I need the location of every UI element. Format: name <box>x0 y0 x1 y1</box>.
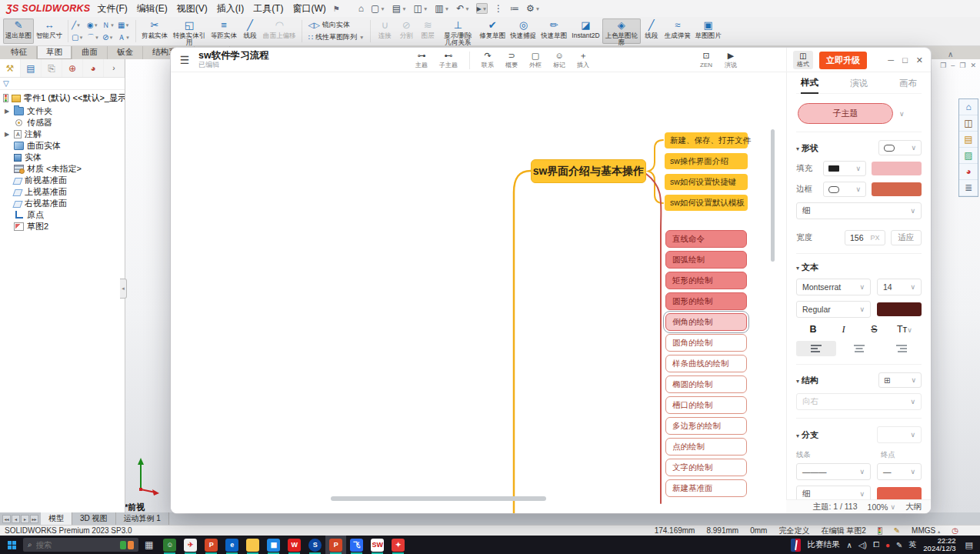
command-tab[interactable]: 特征 <box>2 45 37 59</box>
task-pane-tab-icon[interactable]: ⌂ <box>959 99 978 115</box>
mindmap-tool-button[interactable]: ⊷子主题 <box>439 52 458 69</box>
border-color-swatch[interactable] <box>872 182 922 196</box>
status-clock-icon[interactable]: ◷ <box>952 526 958 535</box>
collapse-arrow-icon[interactable]: ∧ <box>948 50 953 58</box>
minimize-button[interactable]: ─ <box>888 55 894 65</box>
tray-icon[interactable]: ∧ <box>847 541 852 549</box>
tree-item[interactable]: ▶ 曲面实体 <box>0 140 125 152</box>
mindmap-node[interactable]: 新建、保存、打开文件 <box>665 132 748 149</box>
command-tab[interactable]: 曲面 <box>72 45 108 59</box>
structure-dropdown[interactable]: ⊞∨ <box>878 372 922 388</box>
outline-button[interactable]: 大纲 <box>905 502 922 512</box>
quick-tool-button[interactable]: ▢▼ <box>370 3 386 14</box>
mindmap-node[interactable]: sw操作界面介绍 <box>665 153 748 169</box>
ribbon-button[interactable]: ✂剪裁实体 <box>139 18 170 44</box>
tree-item[interactable]: ▶ 上视基准面 <box>0 186 125 198</box>
italic-button[interactable]: I <box>830 324 858 335</box>
taskbar-app-button[interactable]: P <box>201 536 222 554</box>
menu-item[interactable]: 文件(F) <box>97 2 127 15</box>
align-right-button[interactable] <box>882 341 922 356</box>
linear-pattern-button[interactable]: ∷线性草图阵列▼ <box>308 32 365 42</box>
fill-style-dropdown[interactable]: ∨ <box>823 161 866 176</box>
menu-item[interactable]: 插入(I) <box>217 2 244 15</box>
maximize-button[interactable]: □ <box>902 55 908 65</box>
quick-tool-button[interactable]: ⌂▼ <box>358 3 365 14</box>
taskbar-search-input[interactable] <box>36 540 96 549</box>
mindmap-tool-button[interactable]: ⊃概要 <box>505 52 518 69</box>
ribbon-button[interactable]: ≋图层 <box>417 18 438 44</box>
endpoint-dropdown[interactable]: —∨ <box>877 463 922 480</box>
mindmap-node[interactable]: 矩形的绘制 <box>665 272 747 289</box>
ribbon-button[interactable]: ◱转换实体引用 <box>170 18 208 44</box>
ribbon-button[interactable]: ╱线段 <box>641 18 662 44</box>
mindmap-node[interactable]: 槽口的绘制 <box>665 396 747 414</box>
ribbon-button[interactable]: ◈上色草图轮廓 <box>602 18 641 44</box>
mindmap-node[interactable]: 点的绘制 <box>665 438 747 456</box>
ribbon-button[interactable]: ╱线段 <box>239 18 261 44</box>
taskbar-search[interactable]: ⌕ <box>23 538 138 552</box>
mindmap-tool-button[interactable]: ⊶主题 <box>415 52 428 69</box>
taskbar-app-button[interactable]: 飞 <box>346 536 367 554</box>
structure-section-title[interactable]: ▾结构 <box>796 375 818 386</box>
taskbar-app-button[interactable] <box>242 536 263 554</box>
menu-item[interactable]: 工具(T) <box>253 2 283 15</box>
mirror-entities-button[interactable]: ◁▷镜向实体 <box>308 20 365 30</box>
mindmap-tool-button[interactable]: ↷联系 <box>469 52 494 69</box>
mindmap-node[interactable]: 样条曲线的绘制 <box>665 355 747 372</box>
mindmap-node[interactable]: 圆角的绘制 <box>665 334 747 352</box>
tab-more-arrow[interactable]: › <box>104 59 125 77</box>
tray-icon[interactable]: ◁) <box>858 541 867 549</box>
taskbar-app-button[interactable]: ▦ <box>263 536 284 554</box>
sketch-entity-button[interactable]: Ａ▼ <box>118 32 132 44</box>
quick-tool-button[interactable]: ▸▼ <box>476 3 488 14</box>
close-button[interactable]: ✕ <box>916 55 923 65</box>
shape-section-title[interactable]: ▾形状 <box>796 142 818 154</box>
tree-item[interactable]: ▶ 注解 <box>0 128 125 140</box>
width-input[interactable]: 156PX <box>845 230 885 245</box>
subtopic-preview[interactable]: 子主题 <box>798 103 893 124</box>
document-tab[interactable]: 模型 <box>41 512 72 525</box>
taskbar-clock[interactable]: 22:222024/12/3 <box>923 537 955 553</box>
quick-tool-button[interactable]: ↶▼ <box>455 3 471 14</box>
mindmap-node[interactable]: 圆弧绘制 <box>665 251 747 269</box>
shape-dropdown[interactable]: ∨ <box>878 140 922 155</box>
mindmap-main-node[interactable]: sw界面介绍与基本操作 <box>531 159 646 183</box>
ribbon-button[interactable]: ⊥显示/删除几何关系 <box>438 18 477 44</box>
quick-tool-button[interactable]: ▤▼ <box>392 3 408 14</box>
units-selector[interactable]: MMGS ▴ <box>912 526 940 535</box>
fit-button[interactable]: 适应 <box>891 230 922 245</box>
taskbar-app-button[interactable]: ☺ <box>159 536 180 554</box>
tab-nav-buttons[interactable]: ◂◂◂▸▸▸ <box>0 512 41 525</box>
ribbon-button[interactable]: ⊘分割 <box>395 18 417 44</box>
tree-item[interactable]: ▶ 前视基准面 <box>0 175 125 186</box>
task-pane-tab-icon[interactable]: ▨ <box>959 148 978 164</box>
mindmap-node[interactable]: 直线命令 <box>665 230 747 248</box>
nba-logo-icon[interactable] <box>791 539 801 552</box>
line-style-dropdown[interactable]: ———∨ <box>796 463 871 480</box>
sketch-entity-button[interactable]: ▦▼ <box>118 19 132 32</box>
notification-center-icon[interactable]: ▤ <box>963 540 975 550</box>
tree-item[interactable]: ▶ 传感器 <box>0 117 125 128</box>
font-family-dropdown[interactable]: Montserrat∨ <box>796 279 871 295</box>
expand-arrow-icon[interactable]: ▶ <box>5 108 9 115</box>
mindmap-canvas[interactable]: sw界面介绍与基本操作 新建、保存、打开文件sw操作界面介绍sw如何设置快捷键s… <box>171 72 786 513</box>
font-weight-dropdown[interactable]: Regular∨ <box>796 301 871 318</box>
text-color-swatch[interactable] <box>877 302 922 316</box>
tab-property-manager[interactable]: ▤ <box>21 59 42 77</box>
quick-tool-button[interactable]: ⋮▼ <box>493 3 504 14</box>
bold-button[interactable]: B <box>799 324 827 335</box>
border-style-dropdown[interactable]: ∨ <box>823 182 866 197</box>
text-case-button[interactable]: Tᴛ∨ <box>891 324 918 335</box>
hamburger-menu-icon[interactable]: ☰ <box>171 54 198 66</box>
style-panel-tab[interactable]: 画布 <box>899 78 917 93</box>
ribbon-button[interactable]: ◠曲面上偏移 <box>261 18 298 44</box>
document-tab[interactable]: 运动算例 1 <box>116 512 169 525</box>
ribbon-button[interactable]: ✎退出草图 <box>3 18 34 44</box>
menu-item[interactable]: 窗口(W) <box>292 2 325 15</box>
tree-item[interactable]: ▶ 草图2 <box>0 221 125 232</box>
branch-section-title[interactable]: ▾分支 <box>796 429 818 441</box>
tree-item[interactable]: ▶ 文件夹 <box>0 105 125 117</box>
ribbon-button[interactable]: ✔修复草图 <box>477 18 508 44</box>
taskbar-app-button[interactable]: SW <box>367 536 388 554</box>
mindmap-node[interactable]: sw如何设置快捷键 <box>665 174 748 190</box>
